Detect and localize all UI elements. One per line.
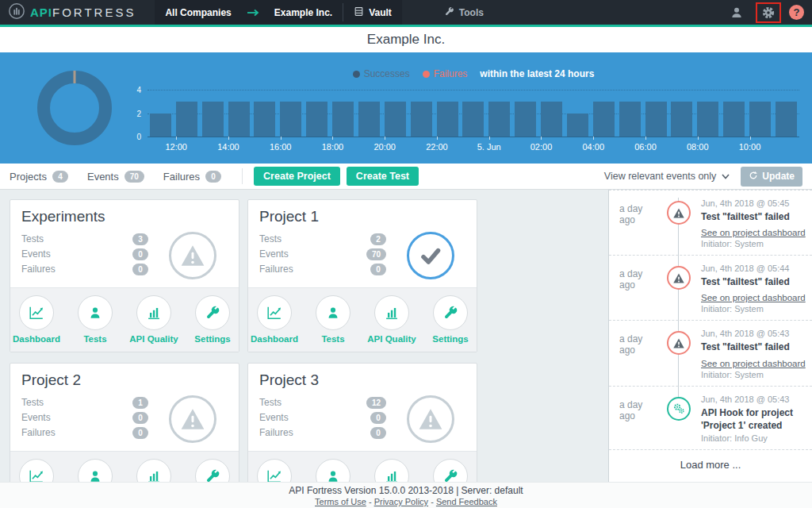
- event-dashboard-link[interactable]: See on project dashboard: [701, 359, 806, 368]
- events-count-badge: 70: [366, 248, 386, 260]
- card-action-dashboard[interactable]: Dashboard: [12, 459, 61, 482]
- event-initiator: Initiator: System: [701, 304, 806, 314]
- project-status-success-icon: [407, 232, 454, 279]
- stat-label: Failures: [21, 264, 56, 275]
- bar: [176, 102, 197, 137]
- toolbar-stat-projects[interactable]: Projects4: [10, 171, 68, 183]
- card-action-settings[interactable]: Settings: [426, 459, 475, 482]
- card-action-tests[interactable]: Tests: [308, 295, 358, 344]
- event-age: a day ago: [609, 394, 657, 443]
- user-icon: [316, 295, 350, 330]
- event-row: a day ago Jun, 4th 2018 @ 05:45 Test "fa…: [609, 190, 812, 255]
- card-action-settings[interactable]: Settings: [426, 295, 475, 344]
- toolbar-stat-failures[interactable]: Failures0: [163, 171, 221, 183]
- card-action-dashboard[interactable]: Dashboard: [12, 295, 61, 344]
- y-tick-label: 4: [136, 86, 141, 94]
- bar: [567, 114, 588, 137]
- x-tick: [645, 137, 646, 140]
- bar-slot: [747, 90, 773, 137]
- tests-count-badge: 1: [132, 397, 148, 409]
- card-action-api-quality[interactable]: API Quality: [129, 295, 178, 344]
- x-tick: [437, 137, 438, 140]
- card-action-api-quality[interactable]: API Quality: [367, 295, 416, 344]
- card-action-dashboard[interactable]: Dashboard: [250, 459, 299, 482]
- project-card: Project 2 Tests1 Events0 Failures0 Dashb…: [10, 363, 239, 482]
- event-dashboard-link[interactable]: See on project dashboard: [701, 228, 806, 237]
- update-button[interactable]: Update: [741, 167, 802, 187]
- toolbar-stat-events[interactable]: Events70: [87, 171, 144, 183]
- footer-link-privacy-policy[interactable]: Privacy Policy: [374, 497, 428, 506]
- app-logo[interactable]: APIFORTRESS: [8, 2, 136, 23]
- failures-count-badge: 0: [132, 427, 148, 439]
- chart-line-icon: [19, 295, 54, 330]
- bar-slot: [486, 90, 512, 137]
- project-card: Project 1 Tests2 Events70 Failures0 Dash…: [247, 199, 477, 352]
- bar-slot: [643, 90, 669, 137]
- bar-chart: [147, 90, 799, 137]
- card-action-tests[interactable]: Tests: [308, 459, 358, 482]
- nav-tools[interactable]: Tools: [434, 6, 494, 19]
- event-title: Test "failtest" failed: [701, 210, 806, 223]
- tools-wrench-icon: [444, 6, 454, 19]
- failures-count-badge: 0: [370, 264, 386, 275]
- event-row: a day ago Jun, 4th 2018 @ 05:43 API Hook…: [609, 386, 812, 449]
- bar-slot: [721, 90, 747, 137]
- bar: [411, 102, 432, 137]
- card-action-tests[interactable]: Tests: [71, 295, 120, 344]
- project-status-warning-icon: [169, 395, 216, 443]
- wrench-icon: [433, 295, 468, 330]
- nav-vault[interactable]: Vault: [343, 0, 402, 25]
- wrench-icon: [433, 459, 468, 482]
- project-card: Experiments Tests3 Events0 Failures0 Das…: [10, 199, 239, 352]
- bar: [437, 102, 458, 137]
- card-action-api-quality[interactable]: API Quality: [129, 459, 178, 482]
- project-title: Project 2: [21, 371, 228, 389]
- create-project-button[interactable]: Create Project: [254, 167, 340, 186]
- bar: [671, 102, 692, 137]
- event-dashboard-link[interactable]: See on project dashboard: [701, 293, 806, 302]
- bar: [228, 102, 250, 137]
- x-tick: [176, 137, 177, 140]
- logo-text-fortress: FORTRESS: [52, 6, 136, 19]
- bar: [697, 102, 718, 137]
- card-action-api-quality[interactable]: API Quality: [367, 459, 416, 482]
- event-filter-dropdown[interactable]: View relevant events only: [604, 171, 730, 182]
- nav-all-companies[interactable]: All Companies: [155, 0, 241, 25]
- events-count-badge: 0: [132, 248, 148, 260]
- card-action-label: Tests: [83, 334, 106, 344]
- bar: [150, 114, 171, 137]
- card-action-settings[interactable]: Settings: [188, 459, 237, 482]
- stat-label: Failures: [163, 171, 200, 183]
- chevron-down-icon: [722, 171, 730, 182]
- x-tick-label: 22:00: [426, 142, 448, 152]
- donut-sliver: [74, 71, 76, 83]
- bar-slot: [252, 90, 278, 137]
- legend-successes[interactable]: Successes: [353, 68, 410, 79]
- user-account-icon[interactable]: [726, 3, 748, 22]
- footer-link-send-feedback[interactable]: Send Feedback: [436, 497, 497, 506]
- create-test-button[interactable]: Create Test: [347, 167, 419, 186]
- footer-link-terms-of-use[interactable]: Terms of Use: [315, 497, 366, 506]
- event-title: Test "failtest" failed: [701, 341, 806, 353]
- legend-failures[interactable]: Failures: [423, 68, 468, 79]
- card-action-tests[interactable]: Tests: [71, 459, 120, 482]
- x-tick-label: 04:00: [582, 142, 604, 152]
- card-action-dashboard[interactable]: Dashboard: [250, 295, 299, 344]
- bar: [280, 102, 301, 137]
- failures-count-badge: 0: [370, 427, 386, 439]
- events-count-badge: 0: [370, 412, 386, 424]
- card-action-settings[interactable]: Settings: [188, 295, 237, 344]
- load-more-button[interactable]: Load more ...: [609, 449, 812, 479]
- footer-version: API Fortress Version 15.0.0 2013-2018 | …: [0, 485, 812, 496]
- nav-current-company[interactable]: Example Inc.: [264, 0, 343, 25]
- bar: [776, 102, 797, 137]
- card-actions: Dashboard Tests API Quality Settings: [10, 451, 239, 482]
- settings-gear-icon[interactable]: [756, 2, 781, 23]
- event-initiator: Initiator: Info Guy: [701, 433, 806, 443]
- bar: [645, 102, 667, 137]
- bar: [723, 102, 745, 137]
- help-icon[interactable]: ?: [789, 5, 804, 20]
- bar-chart-icon: [136, 459, 171, 482]
- footer: API Fortress Version 15.0.0 2013-2018 | …: [0, 482, 812, 508]
- event-age: a day ago: [609, 264, 657, 314]
